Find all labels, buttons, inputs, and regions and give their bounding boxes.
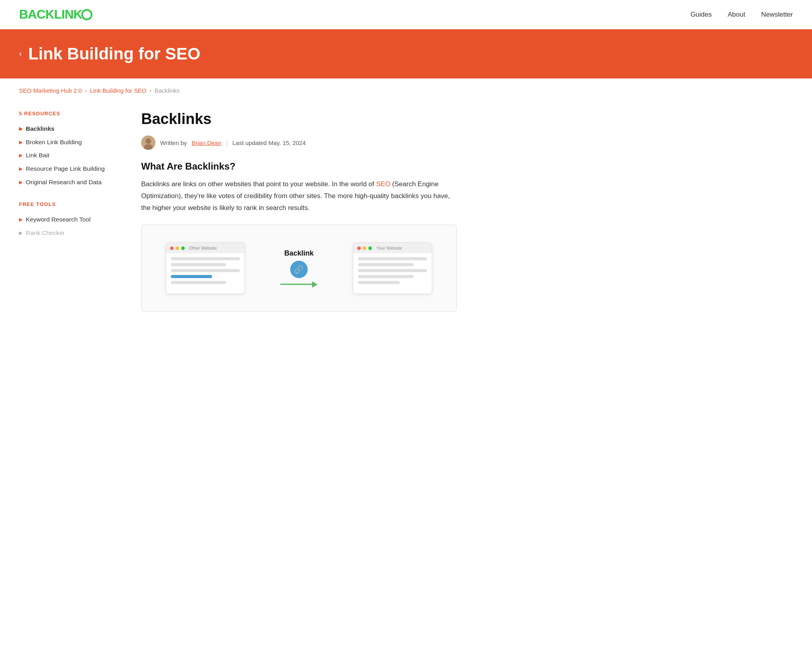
dot-yellow-left (176, 246, 179, 250)
arrow-head (312, 281, 318, 288)
author-pipe: | (226, 139, 228, 146)
arrow-icon-keyword: ▶ (19, 216, 23, 223)
sidebar-item-label: Keyword Research Tool (26, 215, 90, 224)
last-updated: Last updated May. 15, 2024 (232, 139, 306, 146)
browser-line (171, 281, 226, 284)
browser-line (358, 275, 413, 278)
breadcrumb-link-building[interactable]: Link Building for SEO (90, 87, 147, 94)
backlink-arrow-area: Backlink 🔗 (280, 249, 318, 288)
logo-o (81, 9, 92, 20)
arrow-icon-resource: ▶ (19, 166, 23, 172)
sidebar-resources-label: 5 RESOURCES (19, 111, 122, 116)
author-name[interactable]: Brian Dean (192, 139, 221, 146)
section-heading-backlinks: What Are Backlinks? (141, 161, 457, 172)
browser-line (171, 263, 226, 266)
page-title: Backlinks (141, 111, 457, 128)
browser-your-website: Your Website (353, 242, 432, 294)
browser-content-right (353, 253, 432, 291)
sidebar-item-label: Broken Link Building (26, 138, 82, 147)
dot-yellow-right (363, 246, 366, 250)
browser-line (171, 257, 240, 260)
seo-link[interactable]: SEO (376, 180, 390, 188)
sidebar-item-label: Original Research and Data (26, 178, 102, 187)
sidebar-item-link-bait[interactable]: ▶ Link Bait (19, 149, 122, 162)
browser-bar-right: Your Website (353, 243, 432, 253)
sidebar-tools-list: ▶ Keyword Research Tool ▶ Rank Checker (19, 213, 122, 239)
nav-guides[interactable]: Guides (690, 11, 712, 19)
browser-line (358, 263, 413, 266)
sidebar: 5 RESOURCES ▶ Backlinks ▶ Broken Link Bu… (19, 103, 122, 312)
author-line: Written by Brian Dean | Last updated May… (141, 136, 457, 150)
arrow-icon-broken: ▶ (19, 139, 23, 146)
sidebar-resources-list: ▶ Backlinks ▶ Broken Link Building ▶ Lin… (19, 122, 122, 189)
arrow-icon-rank: ▶ (19, 230, 23, 237)
logo[interactable]: BACKLINK (19, 7, 92, 22)
browser-line (358, 257, 427, 260)
main-nav: Guides About Newsletter (690, 11, 793, 19)
breadcrumb-current: Backlinks (155, 87, 180, 94)
arrow-icon-backlinks: ▶ (19, 126, 23, 132)
dot-red-left (170, 246, 174, 250)
sidebar-item-backlinks[interactable]: ▶ Backlinks (19, 122, 122, 136)
arrow-icon-research: ▶ (19, 179, 23, 186)
breadcrumb-sep-1: › (85, 88, 86, 94)
browser-other-website: Other Website (166, 242, 245, 294)
dot-green-left (181, 246, 185, 250)
avatar (141, 136, 155, 150)
browser-line (358, 281, 399, 284)
backlink-label: Backlink (284, 249, 314, 258)
sidebar-item-keyword-tool[interactable]: ▶ Keyword Research Tool (19, 213, 122, 226)
body-text-1: Backlinks are links on other websites th… (141, 180, 376, 188)
logo-text: BACKLINK (19, 7, 82, 21)
sidebar-item-resource-page[interactable]: ▶ Resource Page Link Building (19, 162, 122, 176)
browser-line (171, 269, 240, 272)
nav-about[interactable]: About (728, 11, 745, 19)
hero-banner: ‹ Link Building for SEO (0, 29, 812, 78)
hero-back-icon[interactable]: ‹ (19, 49, 22, 59)
breadcrumb-sep-2: › (149, 88, 151, 94)
browser-bar-left: Other Website (166, 243, 245, 253)
breadcrumb-hub[interactable]: SEO Marketing Hub 2.0 (19, 87, 82, 94)
browser-label-left: Other Website (189, 246, 217, 250)
browser-content-left (166, 253, 245, 291)
header: BACKLINK Guides About Newsletter (0, 0, 812, 29)
browser-link-line (171, 275, 212, 278)
arrow-right (280, 281, 318, 288)
main-content: Backlinks Written by Brian Dean | Last u… (141, 103, 457, 312)
browser-label-right: Your Website (376, 246, 402, 250)
dot-red-right (357, 246, 361, 250)
chain-icon: 🔗 (290, 261, 308, 278)
sidebar-item-label: Backlinks (26, 124, 54, 133)
hero-title: Link Building for SEO (28, 44, 200, 63)
dot-green-right (368, 246, 372, 250)
section-body: Backlinks are links on other websites th… (141, 178, 457, 214)
main-layout: 5 RESOURCES ▶ Backlinks ▶ Broken Link Bu… (0, 103, 476, 331)
sidebar-item-broken-link[interactable]: ▶ Broken Link Building (19, 136, 122, 149)
arrow-line (280, 284, 312, 285)
sidebar-item-label: Resource Page Link Building (26, 164, 105, 173)
backlink-illustration: Other Website Backlink 🔗 (141, 225, 457, 312)
sidebar-item-rank-checker[interactable]: ▶ Rank Checker (19, 226, 122, 240)
arrow-icon-bait: ▶ (19, 152, 23, 159)
author-prefix: Written by (160, 139, 187, 146)
sidebar-tools-label: FREE TOOLS (19, 201, 122, 207)
svg-point-1 (146, 138, 151, 144)
sidebar-item-label: Rank Checker (26, 229, 65, 237)
browser-line (358, 269, 427, 272)
breadcrumb: SEO Marketing Hub 2.0 › Link Building fo… (0, 78, 812, 103)
sidebar-item-original-research[interactable]: ▶ Original Research and Data (19, 176, 122, 189)
sidebar-item-label: Link Bait (26, 151, 49, 160)
nav-newsletter[interactable]: Newsletter (761, 11, 793, 19)
